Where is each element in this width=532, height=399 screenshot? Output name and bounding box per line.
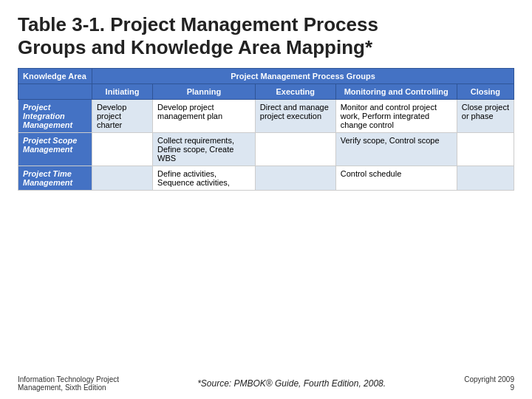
footer-left-line1: Information Technology Project [18, 375, 119, 383]
td-monitoring-time: Control schedule [335, 166, 457, 191]
td-closing-scope [457, 133, 514, 166]
footer-right: Copyright 2009 9 [464, 375, 514, 392]
table-wrapper: Knowledge Area Project Management Proces… [18, 68, 514, 371]
footer-left: Information Technology Project Managemen… [18, 375, 119, 392]
td-executing-time [255, 166, 335, 191]
td-monitoring-scope: Verify scope, Control scope [335, 133, 457, 166]
th-planning: Planning [153, 84, 256, 100]
footer-copyright: Copyright 2009 [464, 375, 514, 383]
th-knowledge-area: Knowledge Area [18, 69, 92, 84]
footer-source: *Source: PMBOK® Guide, Fourth Edition, 2… [119, 378, 464, 389]
td-planning-time: Define activities, Sequence activities, [153, 166, 256, 191]
td-monitoring-integration: Monitor and control project work, Perfor… [335, 100, 457, 133]
td-initiating-integration: Develop project charter [92, 100, 153, 133]
page-container: Table 3-1. Project Management Process Gr… [0, 0, 532, 399]
td-executing-scope [255, 133, 335, 166]
table-row: Project TimeManagement Define activities… [18, 166, 514, 191]
mapping-table: Knowledge Area Project Management Proces… [18, 68, 514, 191]
th-monitoring: Monitoring and Controlling [335, 84, 457, 100]
td-planning-scope: Collect requirements, Define scope, Crea… [153, 133, 256, 166]
title-line2: Groups and Knowledge Area Mapping* [18, 36, 372, 58]
table-body: ProjectIntegrationManagement Develop pro… [18, 100, 514, 191]
footer-page: 9 [464, 383, 514, 392]
table-header-row2: Initiating Planning Executing Monitoring… [18, 84, 514, 100]
th-closing: Closing [457, 84, 514, 100]
page-title: Table 3-1. Project Management Process Gr… [18, 13, 514, 59]
footer-left-line2: Management, Sixth Edition [18, 383, 119, 392]
table-header-row1: Knowledge Area Project Management Proces… [18, 69, 514, 84]
table-row: Project ScopeManagement Collect requirem… [18, 133, 514, 166]
td-planning-integration: Develop project management plan [153, 100, 256, 133]
td-initiating-time [92, 166, 153, 191]
th-initiating: Initiating [92, 84, 153, 100]
td-area-integration: ProjectIntegrationManagement [18, 100, 92, 133]
th-blank [18, 84, 92, 100]
td-initiating-scope [92, 133, 153, 166]
td-executing-integration: Direct and manage project execution [255, 100, 335, 133]
td-area-time: Project TimeManagement [18, 166, 92, 191]
table-row: ProjectIntegrationManagement Develop pro… [18, 100, 514, 133]
th-executing: Executing [255, 84, 335, 100]
footer: Information Technology Project Managemen… [18, 375, 514, 392]
td-closing-integration: Close project or phase [457, 100, 514, 133]
td-area-scope: Project ScopeManagement [18, 133, 92, 166]
td-closing-time [457, 166, 514, 191]
th-pmg-span: Project Management Process Groups [92, 69, 514, 84]
title-line1: Table 3-1. Project Management Process [18, 13, 378, 35]
